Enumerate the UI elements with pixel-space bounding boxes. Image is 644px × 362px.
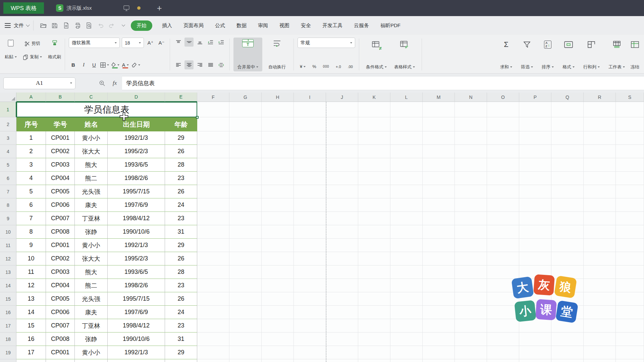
cell-F2[interactable] xyxy=(197,117,229,131)
cell-P2[interactable] xyxy=(519,117,551,131)
cell-E12[interactable]: 26 xyxy=(165,252,197,265)
cell-Q8[interactable] xyxy=(551,198,584,212)
cell-F18[interactable] xyxy=(197,333,229,346)
cell-E13[interactable]: 28 xyxy=(165,265,197,279)
cell-N15[interactable] xyxy=(455,292,487,306)
cell-F5[interactable] xyxy=(197,158,229,172)
cut-button[interactable]: 剪切 xyxy=(24,41,40,47)
cell-G1[interactable] xyxy=(229,102,262,117)
cell-N16[interactable] xyxy=(455,306,487,319)
cell-S13[interactable] xyxy=(616,265,644,279)
cell-G16[interactable] xyxy=(229,306,262,319)
cell-E14[interactable]: 23 xyxy=(165,279,197,292)
cell-B5[interactable]: CP003 xyxy=(46,158,75,172)
cell-G4[interactable] xyxy=(229,145,262,158)
format-painter-button[interactable]: 格式刷 xyxy=(48,54,61,60)
row-header-12[interactable]: 12 xyxy=(0,252,16,265)
col-header-Q[interactable]: Q xyxy=(551,93,584,102)
increase-font-icon[interactable]: A⁺ xyxy=(146,38,155,47)
row-header-11[interactable]: 11 xyxy=(0,239,16,252)
cell-H2[interactable] xyxy=(262,117,294,131)
cell-N2[interactable] xyxy=(455,117,487,131)
cell-A8[interactable]: 6 xyxy=(16,198,46,212)
cell-B20[interactable] xyxy=(46,359,75,362)
file-menu[interactable]: 文件 xyxy=(14,22,24,29)
cell-B6[interactable]: CP004 xyxy=(46,172,75,185)
col-header-B[interactable]: B xyxy=(46,93,75,102)
cell-C8[interactable]: 康夫 xyxy=(75,198,108,212)
menu-tab-9[interactable]: 云服务 xyxy=(354,22,369,29)
cell-M9[interactable] xyxy=(423,212,455,225)
cell-Q10[interactable] xyxy=(551,225,584,239)
cell-H14[interactable] xyxy=(262,279,294,292)
cell-N19[interactable] xyxy=(455,346,487,359)
cell-K11[interactable] xyxy=(358,239,390,252)
cell-I12[interactable] xyxy=(294,252,326,265)
cell-D10[interactable]: 1990/10/6 xyxy=(108,225,165,239)
cell-R20[interactable] xyxy=(584,359,616,362)
cell-A17[interactable]: 15 xyxy=(16,319,46,333)
filter-button[interactable]: 筛选 xyxy=(518,38,536,71)
cell-D20[interactable] xyxy=(108,359,165,362)
cell-G14[interactable] xyxy=(229,279,262,292)
cell-E6[interactable]: 23 xyxy=(165,172,197,185)
cell-P12[interactable] xyxy=(519,252,551,265)
cell-N7[interactable] xyxy=(455,185,487,198)
cell-K6[interactable] xyxy=(358,172,390,185)
col-header-J[interactable]: J xyxy=(326,93,358,102)
cell-N10[interactable] xyxy=(455,225,487,239)
cell-J19[interactable] xyxy=(326,346,358,359)
cell-Q12[interactable] xyxy=(551,252,584,265)
cell-S8[interactable] xyxy=(616,198,644,212)
cell-Q19[interactable] xyxy=(551,346,584,359)
cell-C9[interactable]: 丁亚林 xyxy=(75,212,108,225)
col-header-D[interactable]: D xyxy=(108,93,165,102)
col-header-H[interactable]: H xyxy=(262,93,294,102)
col-header-O[interactable]: O xyxy=(487,93,519,102)
cell-L13[interactable] xyxy=(390,265,423,279)
cell-G18[interactable] xyxy=(229,333,262,346)
cell-P5[interactable] xyxy=(519,158,551,172)
cell-J4[interactable] xyxy=(326,145,358,158)
cell-K16[interactable] xyxy=(358,306,390,319)
cell-H9[interactable] xyxy=(262,212,294,225)
align-top-icon[interactable] xyxy=(174,38,183,47)
cell-J2[interactable] xyxy=(326,117,358,131)
cell-N3[interactable] xyxy=(455,131,487,145)
paste-button[interactable]: 粘贴 xyxy=(5,54,17,60)
cell-M3[interactable] xyxy=(423,131,455,145)
cell-E9[interactable]: 23 xyxy=(165,212,197,225)
cell-B11[interactable]: CP001 xyxy=(46,239,75,252)
cell-M14[interactable] xyxy=(423,279,455,292)
cell-E2-header[interactable]: 年龄 xyxy=(165,117,197,131)
paste-icon[interactable] xyxy=(6,39,15,49)
cell-H5[interactable] xyxy=(262,158,294,172)
cell-L9[interactable] xyxy=(390,212,423,225)
cell-K12[interactable] xyxy=(358,252,390,265)
cell-S6[interactable] xyxy=(616,172,644,185)
cell-R12[interactable] xyxy=(584,252,616,265)
decrease-indent-icon[interactable] xyxy=(206,38,215,47)
cell-F10[interactable] xyxy=(197,225,229,239)
cell-H12[interactable] xyxy=(262,252,294,265)
cell-F15[interactable] xyxy=(197,292,229,306)
cell-I8[interactable] xyxy=(294,198,326,212)
justify-icon[interactable] xyxy=(206,60,215,69)
cell-J15[interactable] xyxy=(326,292,358,306)
cell-J13[interactable] xyxy=(326,265,358,279)
cell-I7[interactable] xyxy=(294,185,326,198)
file-chevron-icon[interactable] xyxy=(26,23,30,26)
cell-E16[interactable]: 24 xyxy=(165,306,197,319)
cell-B16[interactable]: CP006 xyxy=(46,306,75,319)
cell-R1[interactable] xyxy=(584,102,616,117)
cell-C2-header[interactable]: 姓名 xyxy=(75,117,108,131)
cell-J8[interactable] xyxy=(326,198,358,212)
cell-Q6[interactable] xyxy=(551,172,584,185)
cell-P8[interactable] xyxy=(519,198,551,212)
increase-indent-icon[interactable] xyxy=(217,38,226,47)
cell-N8[interactable] xyxy=(455,198,487,212)
cell-F4[interactable] xyxy=(197,145,229,158)
underline-button[interactable]: U xyxy=(90,60,99,69)
cell-H19[interactable] xyxy=(262,346,294,359)
formula-input[interactable]: 学员信息表 xyxy=(122,76,644,90)
